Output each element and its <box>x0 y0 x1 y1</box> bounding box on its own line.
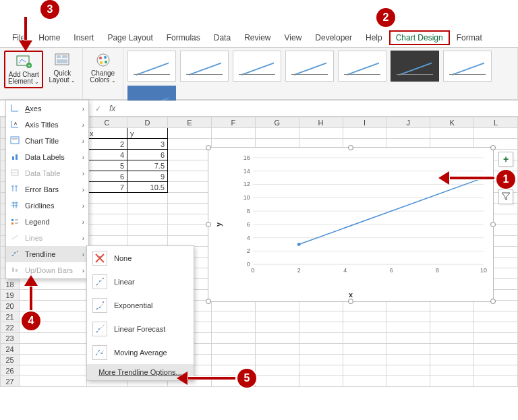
cell[interactable]: 3 <box>127 139 168 150</box>
cell[interactable] <box>127 193 168 204</box>
cell[interactable] <box>255 322 299 333</box>
menu-axis-titles[interactable]: AAxis Titles› <box>6 117 88 133</box>
menu-axes[interactable]: AAxesxes› <box>6 100 88 117</box>
cell[interactable] <box>211 333 255 344</box>
cell[interactable]: 5 <box>87 160 127 171</box>
cell[interactable] <box>430 344 474 355</box>
cell[interactable]: 9 <box>127 171 168 182</box>
cell[interactable] <box>168 128 212 139</box>
cell[interactable] <box>255 311 299 322</box>
cell[interactable] <box>386 376 430 387</box>
col-header[interactable]: D <box>127 117 168 128</box>
cell[interactable] <box>20 344 87 355</box>
col-header[interactable]: G <box>255 117 299 128</box>
cell[interactable] <box>255 365 299 376</box>
cell[interactable] <box>343 365 386 376</box>
plot-area[interactable]: 02468101214160246810 <box>234 153 488 281</box>
chart-style-thumb[interactable] <box>391 51 439 82</box>
cell[interactable] <box>386 333 430 344</box>
menu-trendline[interactable]: Trendline› <box>6 246 88 262</box>
cell[interactable] <box>255 355 299 365</box>
cell[interactable]: 2 <box>87 139 127 150</box>
cell[interactable] <box>87 204 127 214</box>
embedded-chart[interactable]: 02468101214160246810 y x + <box>208 147 494 302</box>
cell[interactable] <box>168 204 212 214</box>
tab-help[interactable]: Help <box>359 30 389 45</box>
row-header[interactable]: 27 <box>1 376 20 387</box>
cell[interactable] <box>474 344 518 355</box>
chart-style-thumb[interactable] <box>233 51 281 82</box>
cell[interactable] <box>299 365 343 376</box>
cell[interactable] <box>386 355 430 365</box>
row-header[interactable]: 23 <box>1 333 20 344</box>
row-header[interactable]: 22 <box>1 322 20 333</box>
tab-formulas[interactable]: Formulas <box>160 30 207 45</box>
cell[interactable] <box>430 311 474 322</box>
cell[interactable] <box>343 322 386 333</box>
menu-gridlines[interactable]: Gridlines› <box>6 198 88 214</box>
cell[interactable]: 7.5 <box>127 160 168 171</box>
chart-style-thumb[interactable] <box>443 51 492 82</box>
cell[interactable] <box>474 376 518 387</box>
tab-page-layout[interactable]: Page Layout <box>100 30 159 45</box>
cell[interactable] <box>474 355 518 365</box>
cell[interactable] <box>430 333 474 344</box>
cell[interactable] <box>168 171 212 182</box>
cell[interactable] <box>299 355 343 365</box>
cell[interactable] <box>211 128 255 139</box>
cell[interactable] <box>430 322 474 333</box>
cell[interactable] <box>430 128 474 139</box>
cell[interactable]: 6 <box>127 150 168 160</box>
cell[interactable] <box>386 128 430 139</box>
cell[interactable] <box>474 311 518 322</box>
menu-chart-title[interactable]: Chart Title› <box>6 133 88 149</box>
cell[interactable] <box>255 376 299 387</box>
cell[interactable]: 10.5 <box>127 182 168 193</box>
tab-home[interactable]: Home <box>32 30 67 45</box>
col-header[interactable]: E <box>168 117 212 128</box>
cell[interactable] <box>343 355 386 365</box>
row-header[interactable]: 19 <box>1 290 20 301</box>
cell[interactable] <box>255 128 299 139</box>
cell[interactable] <box>386 322 430 333</box>
cell[interactable] <box>87 193 127 204</box>
cell[interactable] <box>430 376 474 387</box>
tab-format[interactable]: Format <box>450 30 489 45</box>
cell[interactable]: x <box>87 128 127 139</box>
chart-filters-button[interactable] <box>498 189 513 204</box>
cell[interactable] <box>386 311 430 322</box>
trendline-exponential[interactable]: Exponential <box>87 293 194 317</box>
row-header[interactable]: 21 <box>1 311 20 322</box>
cell[interactable]: 4 <box>87 150 127 160</box>
tab-review[interactable]: Review <box>237 30 277 45</box>
row-header[interactable]: 24 <box>1 344 20 355</box>
col-header[interactable]: F <box>211 117 255 128</box>
row-header[interactable]: 25 <box>1 355 20 365</box>
cell[interactable] <box>127 214 168 225</box>
tab-insert[interactable]: Insert <box>67 30 100 45</box>
cell[interactable] <box>299 322 343 333</box>
cell[interactable] <box>299 333 343 344</box>
trendline-linear-forecast[interactable]: Linear Forecast <box>87 317 194 340</box>
trendline-linear[interactable]: Linear <box>87 270 194 293</box>
cell[interactable] <box>343 333 386 344</box>
cell[interactable] <box>299 311 343 322</box>
cell[interactable] <box>87 225 127 236</box>
cell[interactable] <box>474 128 518 139</box>
cell[interactable] <box>255 333 299 344</box>
cell[interactable] <box>20 365 87 376</box>
col-header[interactable]: I <box>343 117 386 128</box>
cell[interactable] <box>211 344 255 355</box>
cell[interactable] <box>211 322 255 333</box>
col-header[interactable]: H <box>299 117 343 128</box>
cell[interactable] <box>20 355 87 365</box>
menu-legend[interactable]: Legend› <box>6 214 88 230</box>
trendline-moving-average[interactable]: Moving Average <box>87 340 194 364</box>
col-header[interactable]: L <box>474 117 518 128</box>
cell[interactable] <box>168 150 212 160</box>
chart-elements-button[interactable]: + <box>498 152 513 167</box>
quick-layout-button[interactable]: QuickLayout ⌄ <box>46 51 78 86</box>
cell[interactable] <box>168 160 212 171</box>
cell[interactable]: 7 <box>87 182 127 193</box>
cell[interactable] <box>168 139 212 150</box>
